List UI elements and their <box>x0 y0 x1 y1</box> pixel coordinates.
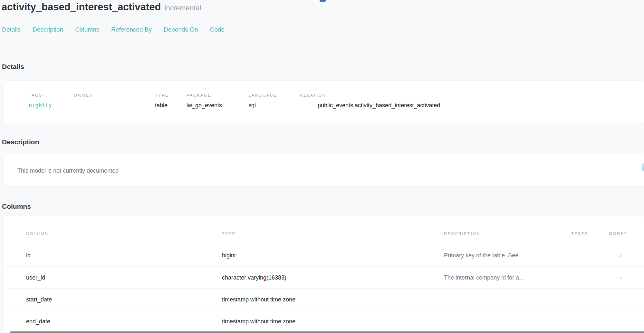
table-row-start-date[interactable]: start_date timestamp without time zone <box>4 288 644 310</box>
columns-section-heading: Columns <box>2 202 644 211</box>
column-description: The internal company id for a... <box>444 274 571 281</box>
header-column: COLUMN <box>26 232 222 236</box>
type-value: table <box>155 102 187 109</box>
column-type: timestamp without time zone <box>222 296 444 303</box>
detail-field-language: LANGUAGE sql <box>248 93 300 109</box>
page-title: activity_based_interest_activated <box>2 1 161 13</box>
table-row-id[interactable]: id bigint Primary key of the table. See.… <box>4 244 644 266</box>
type-label: TYPE <box>155 93 187 98</box>
details-section-heading: Details <box>2 62 644 71</box>
table-row-end-date[interactable]: end_date timestamp without time zone <box>4 310 644 332</box>
detail-field-package: PACKAGE lw_go_events <box>187 93 248 109</box>
tag-nightly[interactable]: nightly <box>29 102 52 109</box>
description-card: This model is not currently documented <box>3 154 644 187</box>
column-type: character varying(16383) <box>222 274 444 281</box>
header-tests: TESTS <box>571 232 609 236</box>
page-header: activity_based_interest_activatedincreme… <box>0 0 644 14</box>
tab-depends-on[interactable]: Depends On <box>164 26 198 33</box>
tab-description[interactable]: Description <box>33 26 63 33</box>
tags-label: TAGS <box>29 93 74 98</box>
column-name: user_id <box>26 274 222 281</box>
detail-field-tags: TAGS nightly <box>29 93 74 109</box>
description-text: This model is not currently documented <box>17 167 644 174</box>
column-type: bigint <box>222 252 444 259</box>
detail-field-owner: OWNER <box>74 93 155 109</box>
details-card: TAGS nightly OWNER TYPE table PACKAGE lw… <box>3 81 644 123</box>
detail-field-relation: RELATION .public_events.activity_based_i… <box>300 93 644 109</box>
column-description: Primary key of the table. See... <box>444 252 571 259</box>
tab-code[interactable]: Code <box>210 26 224 33</box>
tab-referenced-by[interactable]: Referenced By <box>111 26 152 33</box>
detail-field-type: TYPE table <box>155 93 187 109</box>
relation-label: RELATION <box>300 93 644 98</box>
table-row-user-id[interactable]: user_id character varying(16383) The int… <box>4 266 644 288</box>
column-name: id <box>26 252 222 259</box>
expand-chevron-icon[interactable]: › <box>609 252 644 259</box>
column-name: start_date <box>26 296 222 303</box>
header-type: TYPE <box>222 232 444 236</box>
expand-chevron-icon[interactable]: › <box>609 274 644 281</box>
columns-card: COLUMN TYPE DESCRIPTION TESTS MORE? id b… <box>3 215 644 333</box>
relation-value: .public_events.activity_based_interest_a… <box>300 102 644 109</box>
cutoff-right-icon-fragment[interactable] <box>642 163 644 171</box>
package-value: lw_go_events <box>187 102 248 109</box>
section-nav: Details Description Columns Referenced B… <box>2 26 644 33</box>
columns-table-header: COLUMN TYPE DESCRIPTION TESTS MORE? <box>4 232 644 244</box>
header-more: MORE? <box>609 232 644 236</box>
tab-columns[interactable]: Columns <box>75 26 99 33</box>
description-section-heading: Description <box>2 138 644 146</box>
column-type: timestamp without time zone <box>222 318 444 325</box>
header-description: DESCRIPTION <box>444 232 571 236</box>
language-label: LANGUAGE <box>248 93 300 98</box>
cutoff-blue-button-fragment[interactable] <box>320 0 326 2</box>
package-label: PACKAGE <box>187 93 248 98</box>
materialization-badge: incremental <box>165 4 201 12</box>
tab-details[interactable]: Details <box>2 26 21 33</box>
language-value: sql <box>248 102 300 109</box>
owner-label: OWNER <box>74 93 155 98</box>
column-name: end_date <box>26 318 222 325</box>
header-divider <box>0 46 644 46</box>
horizontal-scrollbar-thumb[interactable] <box>10 331 644 333</box>
